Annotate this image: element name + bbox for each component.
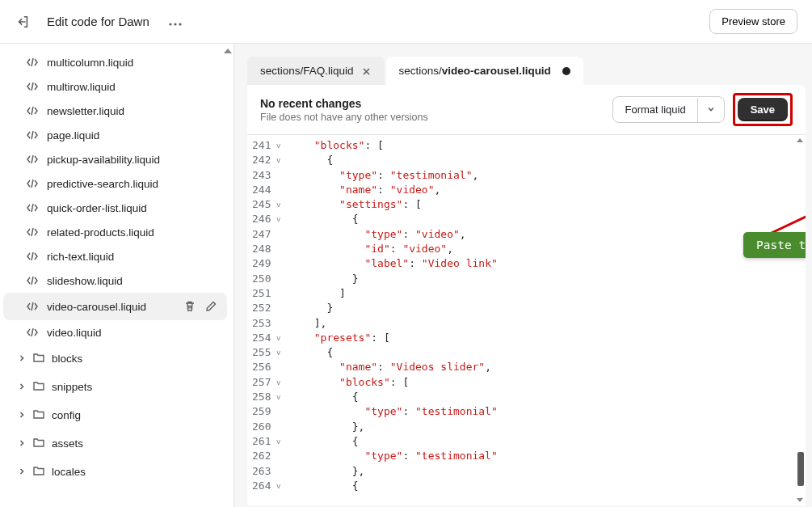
file-name: related-products.liquid [47,226,154,239]
sidebar-file-related-products-liquid[interactable]: related-products.liquid [3,220,227,244]
code-line[interactable]: }, [288,420,497,434]
line-number: 243 [252,168,280,183]
info-bar: No recent changes File does not have any… [247,85,806,135]
sidebar-folder-snippets[interactable]: snippets [3,373,227,401]
code-line[interactable]: "type": "testimonial" [288,404,497,419]
code-line[interactable]: "settings": [ [288,197,497,212]
code-icon [26,326,39,339]
scroll-arrow-up-icon[interactable] [797,138,803,142]
sidebar-file-quick-order-list-liquid[interactable]: quick-order-list.liquid [3,196,227,220]
code-line[interactable]: { [288,434,497,449]
code-line[interactable]: } [288,272,497,286]
line-number: 260 [252,420,280,434]
line-number: 263 [252,464,280,479]
code-icon [26,177,39,190]
exit-icon[interactable] [15,14,31,30]
file-name: slideshow.liquid [47,275,123,287]
scroll-arrow-down-icon[interactable] [797,498,803,502]
format-liquid-button[interactable]: Format liquid [612,96,724,123]
folder-name: snippets [52,381,92,393]
folder-name: blocks [52,353,82,365]
code-line[interactable]: } [288,301,497,315]
folder-name: locales [52,466,86,478]
chevron-right-icon [18,381,26,393]
line-number: 253 [252,316,280,331]
code-line[interactable]: "blocks": [ [288,138,497,153]
main-area: multicolumn.liquidmultirow.liquidnewslet… [0,44,812,507]
sidebar-file-slideshow-liquid[interactable]: slideshow.liquid [3,268,227,293]
line-number: 246v [252,212,280,226]
sidebar-file-pickup-availability-liquid[interactable]: pickup-availability.liquid [3,147,227,171]
sidebar-file-video-liquid[interactable]: video.liquid [3,320,227,344]
code-line[interactable]: "name": "video", [288,183,497,197]
tab-video-carousel-liquid[interactable]: sections/video-carousel.liquid [386,57,583,85]
code-line[interactable]: { [288,153,497,167]
code-line[interactable]: "type": "testimonial", [288,168,497,183]
chevron-right-icon [18,466,26,478]
delete-icon[interactable] [182,298,198,315]
sidebar-folder-config[interactable]: config [3,401,227,429]
sidebar-file-multicolumn-liquid[interactable]: multicolumn.liquid [3,50,227,74]
file-name: newsletter.liquid [47,105,124,117]
folder-icon [32,351,45,366]
info-actions: Format liquid Save [612,93,793,126]
code-scrollbar[interactable] [796,138,804,502]
rename-icon[interactable] [203,298,219,315]
line-number: 250 [252,272,280,286]
code-editor[interactable]: 241v242v243244245v246v247248249250251252… [247,135,806,505]
code-line[interactable]: "id": "video", [288,242,497,256]
tab-FAQ-liquid[interactable]: sections/FAQ.liquid [247,57,385,85]
line-number: 247 [252,227,280,242]
code-line[interactable]: { [288,479,497,493]
line-number: 252 [252,301,280,315]
sidebar-folder-assets[interactable]: assets [3,429,227,458]
folder-icon [32,379,45,395]
version-info: No recent changes File does not have any… [260,97,428,123]
code-line[interactable]: { [288,345,497,360]
close-tab-icon[interactable] [362,66,372,76]
code-line[interactable]: "type": "video", [288,227,497,242]
format-label[interactable]: Format liquid [613,97,696,122]
code-line[interactable]: "presets": [ [288,331,497,345]
svg-point-2 [179,23,181,25]
code-line[interactable]: { [288,390,497,404]
folder-icon [32,464,45,480]
code-line[interactable]: "type": "testimonial" [288,449,497,463]
save-button[interactable]: Save [738,98,788,121]
code-line[interactable]: "blocks": [ [288,375,497,390]
code-line[interactable]: }, [288,464,497,479]
file-name: multirow.liquid [47,81,116,93]
more-icon[interactable] [166,12,185,32]
file-name: video.liquid [47,327,102,339]
code-line[interactable]: { [288,212,497,226]
save-button-highlight: Save [733,93,793,126]
modified-dot-icon [562,67,570,75]
code-line[interactable]: ], [288,316,497,331]
code-line[interactable]: "label": "Video link" [288,256,497,271]
sidebar-file-rich-text-liquid[interactable]: rich-text.liquid [3,244,227,268]
scroll-thumb[interactable] [797,452,804,486]
sidebar-file-multirow-liquid[interactable]: multirow.liquid [3,74,227,99]
code-line[interactable]: ] [288,286,497,301]
file-name: multicolumn.liquid [47,57,133,69]
code-line[interactable]: "name": "Videos slider", [288,360,497,374]
file-name: quick-order-list.liquid [47,202,147,214]
file-sidebar[interactable]: multicolumn.liquidmultirow.liquidnewslet… [0,44,234,507]
line-number: 255v [252,345,280,360]
code-icon [26,153,39,166]
sidebar-file-newsletter-liquid[interactable]: newsletter.liquid [3,99,227,123]
preview-store-button[interactable]: Preview store [709,9,797,34]
sidebar-file-page-liquid[interactable]: page.liquid [3,123,227,147]
sidebar-folder-blocks[interactable]: blocks [3,344,227,373]
sidebar-file-predictive-search-liquid[interactable]: predictive-search.liquid [3,171,227,196]
code-content[interactable]: "blocks": [ { "type": "testimonial", "na… [288,135,497,505]
format-dropdown-icon[interactable] [697,98,724,122]
line-number: 249 [252,256,280,271]
sidebar-file-video-carousel-liquid[interactable]: video-carousel.liquid [3,293,227,320]
line-number: 258v [252,390,280,404]
line-number: 257v [252,375,280,390]
code-icon [26,250,39,263]
sidebar-folder-locales[interactable]: locales [3,458,227,486]
chevron-right-icon [18,353,26,365]
svg-point-0 [169,23,171,25]
